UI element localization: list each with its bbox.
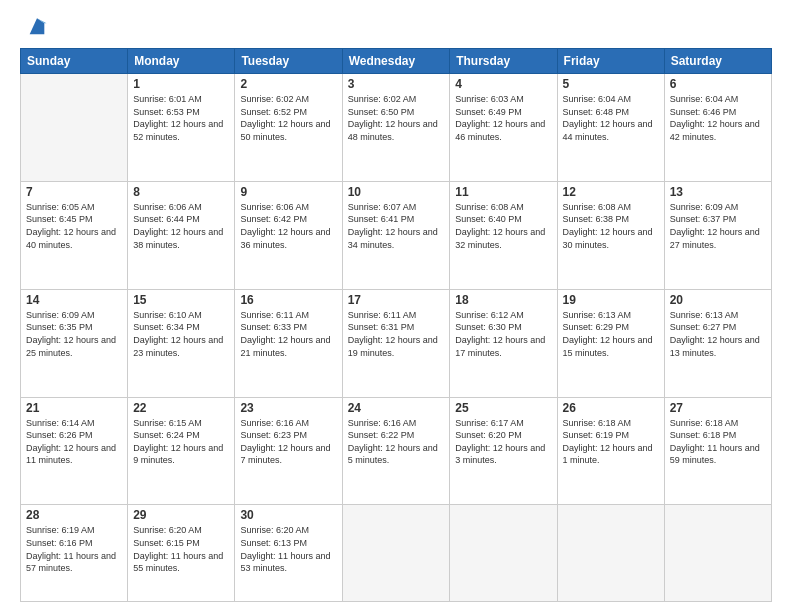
calendar-cell: 2Sunrise: 6:02 AMSunset: 6:52 PMDaylight… bbox=[235, 74, 342, 182]
calendar-cell bbox=[342, 505, 450, 602]
calendar-cell bbox=[450, 505, 557, 602]
day-info: Sunrise: 6:14 AMSunset: 6:26 PMDaylight:… bbox=[26, 417, 122, 467]
day-info: Sunrise: 6:05 AMSunset: 6:45 PMDaylight:… bbox=[26, 201, 122, 251]
day-info: Sunrise: 6:16 AMSunset: 6:22 PMDaylight:… bbox=[348, 417, 445, 467]
calendar-cell: 17Sunrise: 6:11 AMSunset: 6:31 PMDayligh… bbox=[342, 289, 450, 397]
day-number: 16 bbox=[240, 293, 336, 307]
day-number: 22 bbox=[133, 401, 229, 415]
day-info: Sunrise: 6:03 AMSunset: 6:49 PMDaylight:… bbox=[455, 93, 551, 143]
calendar-cell: 29Sunrise: 6:20 AMSunset: 6:15 PMDayligh… bbox=[128, 505, 235, 602]
calendar-cell: 21Sunrise: 6:14 AMSunset: 6:26 PMDayligh… bbox=[21, 397, 128, 505]
header bbox=[20, 16, 772, 38]
calendar-cell: 1Sunrise: 6:01 AMSunset: 6:53 PMDaylight… bbox=[128, 74, 235, 182]
calendar-cell: 13Sunrise: 6:09 AMSunset: 6:37 PMDayligh… bbox=[664, 181, 771, 289]
calendar-cell bbox=[664, 505, 771, 602]
day-number: 24 bbox=[348, 401, 445, 415]
day-number: 9 bbox=[240, 185, 336, 199]
day-info: Sunrise: 6:06 AMSunset: 6:44 PMDaylight:… bbox=[133, 201, 229, 251]
calendar-cell: 16Sunrise: 6:11 AMSunset: 6:33 PMDayligh… bbox=[235, 289, 342, 397]
weekday-header: Saturday bbox=[664, 49, 771, 74]
day-info: Sunrise: 6:02 AMSunset: 6:52 PMDaylight:… bbox=[240, 93, 336, 143]
calendar-cell: 20Sunrise: 6:13 AMSunset: 6:27 PMDayligh… bbox=[664, 289, 771, 397]
day-info: Sunrise: 6:13 AMSunset: 6:29 PMDaylight:… bbox=[563, 309, 659, 359]
day-info: Sunrise: 6:02 AMSunset: 6:50 PMDaylight:… bbox=[348, 93, 445, 143]
calendar-cell: 27Sunrise: 6:18 AMSunset: 6:18 PMDayligh… bbox=[664, 397, 771, 505]
day-number: 25 bbox=[455, 401, 551, 415]
day-info: Sunrise: 6:19 AMSunset: 6:16 PMDaylight:… bbox=[26, 524, 122, 574]
day-number: 23 bbox=[240, 401, 336, 415]
day-info: Sunrise: 6:20 AMSunset: 6:13 PMDaylight:… bbox=[240, 524, 336, 574]
day-info: Sunrise: 6:20 AMSunset: 6:15 PMDaylight:… bbox=[133, 524, 229, 574]
calendar-cell: 19Sunrise: 6:13 AMSunset: 6:29 PMDayligh… bbox=[557, 289, 664, 397]
day-info: Sunrise: 6:15 AMSunset: 6:24 PMDaylight:… bbox=[133, 417, 229, 467]
day-number: 2 bbox=[240, 77, 336, 91]
weekday-header-row: SundayMondayTuesdayWednesdayThursdayFrid… bbox=[21, 49, 772, 74]
weekday-header: Friday bbox=[557, 49, 664, 74]
day-info: Sunrise: 6:01 AMSunset: 6:53 PMDaylight:… bbox=[133, 93, 229, 143]
calendar-cell bbox=[557, 505, 664, 602]
calendar-cell: 25Sunrise: 6:17 AMSunset: 6:20 PMDayligh… bbox=[450, 397, 557, 505]
calendar: SundayMondayTuesdayWednesdayThursdayFrid… bbox=[20, 48, 772, 602]
calendar-cell: 30Sunrise: 6:20 AMSunset: 6:13 PMDayligh… bbox=[235, 505, 342, 602]
day-info: Sunrise: 6:11 AMSunset: 6:33 PMDaylight:… bbox=[240, 309, 336, 359]
day-number: 26 bbox=[563, 401, 659, 415]
day-number: 1 bbox=[133, 77, 229, 91]
day-info: Sunrise: 6:08 AMSunset: 6:40 PMDaylight:… bbox=[455, 201, 551, 251]
calendar-cell: 12Sunrise: 6:08 AMSunset: 6:38 PMDayligh… bbox=[557, 181, 664, 289]
day-number: 6 bbox=[670, 77, 766, 91]
calendar-cell: 22Sunrise: 6:15 AMSunset: 6:24 PMDayligh… bbox=[128, 397, 235, 505]
day-number: 11 bbox=[455, 185, 551, 199]
day-number: 20 bbox=[670, 293, 766, 307]
logo bbox=[20, 16, 48, 38]
calendar-cell: 26Sunrise: 6:18 AMSunset: 6:19 PMDayligh… bbox=[557, 397, 664, 505]
calendar-cell bbox=[21, 74, 128, 182]
day-number: 14 bbox=[26, 293, 122, 307]
day-number: 7 bbox=[26, 185, 122, 199]
day-info: Sunrise: 6:10 AMSunset: 6:34 PMDaylight:… bbox=[133, 309, 229, 359]
weekday-header: Monday bbox=[128, 49, 235, 74]
calendar-cell: 11Sunrise: 6:08 AMSunset: 6:40 PMDayligh… bbox=[450, 181, 557, 289]
calendar-cell: 23Sunrise: 6:16 AMSunset: 6:23 PMDayligh… bbox=[235, 397, 342, 505]
day-info: Sunrise: 6:13 AMSunset: 6:27 PMDaylight:… bbox=[670, 309, 766, 359]
svg-marker-0 bbox=[30, 18, 45, 34]
weekday-header: Tuesday bbox=[235, 49, 342, 74]
day-info: Sunrise: 6:09 AMSunset: 6:37 PMDaylight:… bbox=[670, 201, 766, 251]
day-info: Sunrise: 6:17 AMSunset: 6:20 PMDaylight:… bbox=[455, 417, 551, 467]
day-number: 27 bbox=[670, 401, 766, 415]
week-row: 14Sunrise: 6:09 AMSunset: 6:35 PMDayligh… bbox=[21, 289, 772, 397]
calendar-cell: 10Sunrise: 6:07 AMSunset: 6:41 PMDayligh… bbox=[342, 181, 450, 289]
calendar-cell: 7Sunrise: 6:05 AMSunset: 6:45 PMDaylight… bbox=[21, 181, 128, 289]
day-number: 17 bbox=[348, 293, 445, 307]
calendar-cell: 24Sunrise: 6:16 AMSunset: 6:22 PMDayligh… bbox=[342, 397, 450, 505]
day-number: 18 bbox=[455, 293, 551, 307]
day-info: Sunrise: 6:16 AMSunset: 6:23 PMDaylight:… bbox=[240, 417, 336, 467]
day-info: Sunrise: 6:09 AMSunset: 6:35 PMDaylight:… bbox=[26, 309, 122, 359]
day-number: 30 bbox=[240, 508, 336, 522]
calendar-cell: 4Sunrise: 6:03 AMSunset: 6:49 PMDaylight… bbox=[450, 74, 557, 182]
day-info: Sunrise: 6:18 AMSunset: 6:19 PMDaylight:… bbox=[563, 417, 659, 467]
day-number: 21 bbox=[26, 401, 122, 415]
week-row: 21Sunrise: 6:14 AMSunset: 6:26 PMDayligh… bbox=[21, 397, 772, 505]
page: SundayMondayTuesdayWednesdayThursdayFrid… bbox=[0, 0, 792, 612]
day-number: 10 bbox=[348, 185, 445, 199]
calendar-cell: 14Sunrise: 6:09 AMSunset: 6:35 PMDayligh… bbox=[21, 289, 128, 397]
day-number: 3 bbox=[348, 77, 445, 91]
week-row: 1Sunrise: 6:01 AMSunset: 6:53 PMDaylight… bbox=[21, 74, 772, 182]
day-number: 15 bbox=[133, 293, 229, 307]
day-number: 28 bbox=[26, 508, 122, 522]
day-number: 13 bbox=[670, 185, 766, 199]
calendar-cell: 15Sunrise: 6:10 AMSunset: 6:34 PMDayligh… bbox=[128, 289, 235, 397]
week-row: 28Sunrise: 6:19 AMSunset: 6:16 PMDayligh… bbox=[21, 505, 772, 602]
day-info: Sunrise: 6:07 AMSunset: 6:41 PMDaylight:… bbox=[348, 201, 445, 251]
weekday-header: Thursday bbox=[450, 49, 557, 74]
day-info: Sunrise: 6:11 AMSunset: 6:31 PMDaylight:… bbox=[348, 309, 445, 359]
calendar-cell: 3Sunrise: 6:02 AMSunset: 6:50 PMDaylight… bbox=[342, 74, 450, 182]
calendar-cell: 5Sunrise: 6:04 AMSunset: 6:48 PMDaylight… bbox=[557, 74, 664, 182]
calendar-cell: 28Sunrise: 6:19 AMSunset: 6:16 PMDayligh… bbox=[21, 505, 128, 602]
calendar-cell: 9Sunrise: 6:06 AMSunset: 6:42 PMDaylight… bbox=[235, 181, 342, 289]
day-info: Sunrise: 6:06 AMSunset: 6:42 PMDaylight:… bbox=[240, 201, 336, 251]
day-number: 5 bbox=[563, 77, 659, 91]
day-number: 19 bbox=[563, 293, 659, 307]
day-number: 29 bbox=[133, 508, 229, 522]
calendar-cell: 6Sunrise: 6:04 AMSunset: 6:46 PMDaylight… bbox=[664, 74, 771, 182]
